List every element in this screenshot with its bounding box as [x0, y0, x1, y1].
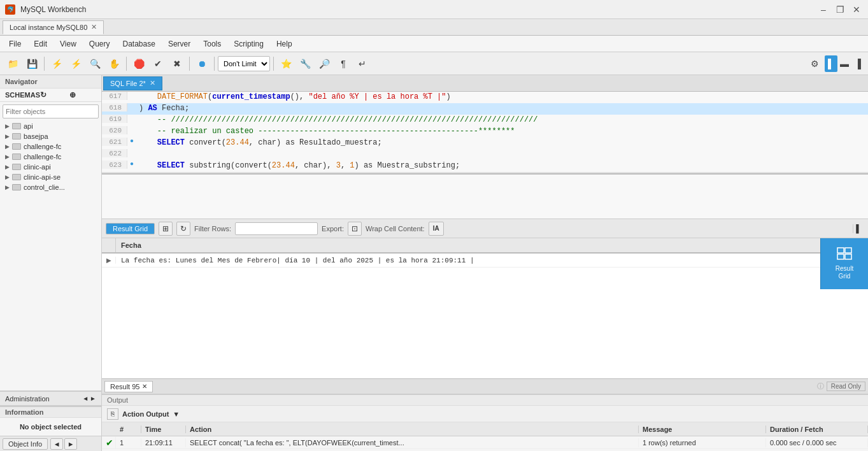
maximize-button[interactable]: ❐: [834, 4, 846, 15]
result-tab-bar: Result 95 ✕ ⓘ Read Only: [102, 378, 868, 394]
menu-database[interactable]: Database: [117, 38, 162, 50]
refresh-button[interactable]: ↻: [176, 222, 190, 236]
output-toolbar: ⎘ Action Output ▼: [102, 406, 868, 422]
table-cell-fecha: La fecha es: Lunes del Mes de Febrero| d…: [116, 255, 868, 266]
invisible-chars-button[interactable]: ¶: [334, 55, 352, 72]
nav-expand-icon[interactable]: ►: [90, 395, 96, 402]
menu-edit[interactable]: Edit: [27, 38, 53, 50]
nav-arrows: ◄ ►: [50, 438, 77, 450]
row-time-cell: 21:09:11: [141, 438, 186, 447]
action-col-header: Action: [186, 426, 639, 433]
line-content: SELECT substring(convert(23.44, char), 3…: [136, 161, 460, 170]
schema-item-clinic-api[interactable]: ▶ clinic-api: [0, 162, 101, 172]
administration-tab[interactable]: Administration: [5, 395, 82, 403]
output-table: # Time Action Message Duration / Fetch ✔…: [102, 422, 868, 451]
menu-file[interactable]: File: [3, 38, 27, 50]
wrap-icon[interactable]: IA: [429, 222, 444, 236]
schemas-refresh-button[interactable]: ↻: [40, 90, 67, 99]
panel-center-button[interactable]: ▬: [838, 55, 851, 72]
results-wrapper: Result Grid ⊞ ↻ Filter Rows: Export: ⊡ W…: [102, 219, 868, 394]
header-check-col: [102, 238, 116, 252]
editor-divider: [102, 172, 868, 175]
export-button[interactable]: ⊡: [348, 222, 362, 236]
result-grid-icon: [837, 247, 852, 264]
line-dot: ●: [127, 138, 136, 145]
information-label: Information: [5, 408, 44, 416]
line-content: -- realizar un casteo ------------------…: [136, 126, 515, 136]
export-label: Export:: [322, 225, 344, 233]
result-grid-panel[interactable]: ResultGrid: [820, 238, 868, 289]
sql-file-tab[interactable]: SQL File 2* ✕: [103, 76, 162, 90]
close-button[interactable]: ✕: [850, 4, 863, 15]
menu-scripting[interactable]: Scripting: [227, 38, 270, 50]
stop-button[interactable]: ✋: [105, 55, 123, 72]
run-selection-button[interactable]: ⚡: [67, 55, 85, 72]
schemas-add-button[interactable]: ⊕: [69, 90, 96, 99]
filter-objects-input[interactable]: [3, 104, 99, 118]
save-button[interactable]: 💾: [23, 55, 41, 72]
table-row[interactable]: ▶ La fecha es: Lunes del Mes de Febrero|…: [102, 254, 868, 268]
sql-tab-close[interactable]: ✕: [150, 79, 155, 87]
sql-editor[interactable]: 617 DATE_FORMAT(current_timestamp(), "de…: [102, 92, 868, 219]
side-panel-toggle[interactable]: ▌: [853, 224, 864, 233]
schema-item-basejpa[interactable]: ▶ basejpa: [0, 131, 101, 141]
nav-next-button[interactable]: ►: [64, 438, 77, 450]
schema-db-icon: [12, 154, 21, 160]
schema-item-challenge-fc-1[interactable]: ▶ challenge-fc: [0, 141, 101, 152]
panel-left-button[interactable]: ▌: [825, 55, 837, 72]
beautify-button[interactable]: 🔧: [296, 55, 314, 72]
schema-item-clinic-api-se[interactable]: ▶ clinic-api-se: [0, 172, 101, 182]
action-output-dropdown[interactable]: ▼: [173, 410, 180, 418]
settings-icon[interactable]: ⚙: [806, 55, 823, 72]
open-folder-button[interactable]: 📁: [4, 55, 22, 72]
favorites-button[interactable]: ⭐: [277, 55, 295, 72]
stop-query-button[interactable]: 🛑: [130, 55, 148, 72]
editor-line-623: 623 ● SELECT substring(convert(23.44, ch…: [102, 161, 868, 172]
schema-db-icon: [12, 143, 21, 150]
nav-prev-button[interactable]: ◄: [50, 438, 63, 450]
run-query-button[interactable]: ⚡: [48, 55, 66, 72]
row-expand-icon[interactable]: ▶: [102, 257, 116, 264]
limit-select[interactable]: Don't Limit: [218, 56, 270, 71]
explain-button[interactable]: 🔍: [86, 55, 104, 72]
nav-collapse-icon[interactable]: ◄: [82, 395, 89, 402]
find-button[interactable]: 🔎: [315, 55, 333, 72]
editor-line-622: 622: [102, 149, 868, 161]
sql-tab-label: SQL File 2*: [110, 80, 146, 87]
panel-right-button[interactable]: ▐: [851, 55, 864, 72]
editor-line-617: 617 DATE_FORMAT(current_timestamp(), "de…: [102, 92, 868, 103]
menu-query[interactable]: Query: [83, 38, 117, 50]
menu-bar: File Edit View Query Database Server Too…: [0, 36, 868, 52]
rollback-button[interactable]: ✖: [168, 55, 186, 72]
toggle-auto-commit[interactable]: ⏺: [193, 55, 211, 72]
result-grid-tab-button[interactable]: Result Grid: [106, 223, 155, 234]
schema-item-challenge-fc-2[interactable]: ▶ challenge-fc: [0, 152, 101, 162]
filter-rows-input[interactable]: [235, 222, 318, 235]
output-row[interactable]: ✔ 1 21:09:11 SELECT concat( "La fecha es…: [102, 436, 868, 449]
schema-item-api[interactable]: ▶ api: [0, 121, 101, 131]
object-info-button[interactable]: Object Info: [3, 438, 48, 450]
row-num-cell: 1: [116, 438, 141, 447]
schema-expand-icon: ▶: [5, 143, 10, 150]
result-tab-close[interactable]: ✕: [142, 383, 147, 390]
schema-name: challenge-fc: [24, 143, 61, 150]
output-copy-button[interactable]: ⎘: [107, 408, 118, 420]
schema-db-icon: [12, 184, 21, 190]
window-controls: – ❐ ✕: [817, 4, 863, 15]
menu-server[interactable]: Server: [162, 38, 197, 50]
minimize-button[interactable]: –: [817, 4, 830, 15]
form-view-button[interactable]: ⊞: [159, 222, 173, 236]
result-95-tab[interactable]: Result 95 ✕: [104, 381, 153, 392]
instance-tab[interactable]: Local instance MySQL80 ✕: [3, 20, 104, 34]
output-table-header: # Time Action Message Duration / Fetch: [102, 422, 868, 436]
commit-button[interactable]: ✔: [149, 55, 167, 72]
schema-item-control-clie[interactable]: ▶ control_clie...: [0, 182, 101, 192]
instance-tab-close[interactable]: ✕: [91, 23, 97, 31]
menu-tools[interactable]: Tools: [197, 38, 227, 50]
schema-expand-icon: ▶: [5, 184, 10, 190]
wrap-button[interactable]: ↵: [353, 55, 371, 72]
menu-help[interactable]: Help: [270, 38, 299, 50]
menu-view[interactable]: View: [53, 38, 83, 50]
schema-expand-icon: ▶: [5, 133, 10, 140]
navigator-header: Navigator: [0, 75, 101, 89]
